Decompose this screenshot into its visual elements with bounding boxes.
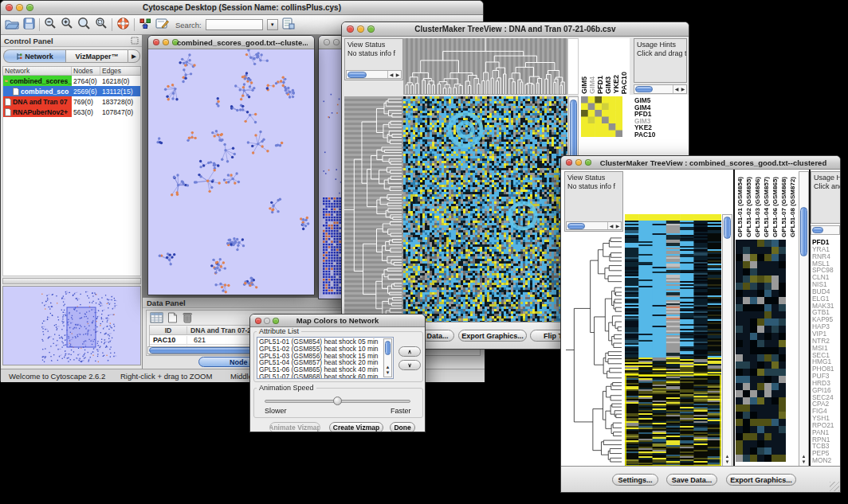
network-list-row[interactable]: RNAPuberNov2+563(0)107847(0) bbox=[3, 107, 140, 117]
heatmap-global-view[interactable] bbox=[403, 96, 567, 323]
export-graphics-button[interactable]: Export Graphics... bbox=[726, 474, 796, 486]
minimize-button[interactable] bbox=[163, 39, 169, 45]
minimize-button[interactable] bbox=[264, 318, 270, 324]
row-dendrogram[interactable] bbox=[564, 233, 623, 467]
column-label[interactable]: GPL51-03 (GSM856) bbox=[753, 177, 762, 237]
column-label[interactable]: GPL51-04 (GSM857) bbox=[762, 177, 771, 237]
scroll-left-arrow[interactable]: ◀ bbox=[388, 71, 395, 79]
settings-button[interactable]: Settings... bbox=[612, 474, 658, 486]
scroll-down-arrow[interactable]: ▼ bbox=[723, 459, 732, 465]
scrollbar-thumb[interactable] bbox=[567, 223, 585, 229]
zoom-selected-icon[interactable] bbox=[95, 17, 108, 33]
tab-network[interactable]: Network bbox=[3, 49, 65, 63]
gene-label[interactable]: MON2 bbox=[812, 457, 840, 464]
column-label[interactable]: GIM3 bbox=[604, 76, 612, 94]
zoom-button[interactable] bbox=[585, 159, 591, 166]
zoom-in-icon[interactable] bbox=[61, 17, 73, 33]
scrollbar-thumb[interactable] bbox=[812, 227, 823, 233]
minimize-button[interactable] bbox=[357, 25, 364, 33]
column-label[interactable]: GPL51-01 (GSM854) bbox=[736, 177, 744, 237]
scrollbar-thumb[interactable] bbox=[800, 207, 807, 256]
save-icon[interactable] bbox=[23, 18, 35, 33]
search-input[interactable] bbox=[206, 19, 263, 30]
scrollbar-thumb[interactable] bbox=[635, 86, 653, 92]
create-vizmap-button[interactable]: Create Vizmap bbox=[329, 422, 383, 432]
dialog-titlebar[interactable]: Map Colors to Network bbox=[250, 315, 425, 327]
scroll-down-arrow[interactable]: ▼ bbox=[799, 459, 808, 465]
zoom-fit-icon[interactable] bbox=[77, 17, 91, 33]
done-button[interactable]: Done bbox=[390, 422, 415, 432]
network-list-row[interactable]: combined_sco2569(6)13112(15) bbox=[3, 86, 140, 96]
zoom-button[interactable] bbox=[367, 25, 375, 33]
column-label[interactable]: GPL51-08 (GSM872) bbox=[788, 177, 797, 237]
column-header-network[interactable]: Network bbox=[3, 67, 71, 75]
scroll-right-arrow[interactable]: ▶ bbox=[614, 222, 621, 230]
save-data-button[interactable]: Data... bbox=[421, 330, 454, 342]
usage-hints-hscrollbar[interactable] bbox=[811, 225, 840, 235]
attribute-list-item[interactable]: GPL51-07 (GSM868) heat shock 60 min bbox=[259, 373, 383, 379]
treeview1-titlebar[interactable]: ClusterMaker TreeView : DNA and Tran 07-… bbox=[342, 22, 689, 37]
view-status-hscrollbar[interactable]: ◀ ▶ bbox=[566, 221, 622, 230]
close-button[interactable] bbox=[566, 159, 572, 166]
column-label[interactable]: GPL51-06 (GSM865) bbox=[771, 177, 779, 237]
heatmap-global-view[interactable] bbox=[625, 214, 721, 467]
speed-slider-thumb[interactable] bbox=[333, 397, 342, 405]
birdseye-view[interactable] bbox=[3, 287, 140, 365]
column-header-edges[interactable]: Edges bbox=[100, 67, 140, 75]
scroll-left-arrow[interactable]: ◀ bbox=[673, 85, 680, 93]
usage-hints-hscrollbar[interactable]: ◀ ▶ bbox=[634, 84, 687, 94]
global-vscrollbar[interactable]: ▲ ▼ bbox=[722, 214, 732, 467]
close-button[interactable] bbox=[6, 4, 13, 11]
zoom-out-icon[interactable] bbox=[44, 17, 57, 33]
attribute-list-vscrollbar[interactable]: ▲ ▼ bbox=[383, 338, 392, 377]
main-titlebar[interactable]: Cytoscape Desktop (Session Name: collins… bbox=[1, 1, 483, 15]
column-label[interactable]: PAC10 bbox=[620, 72, 628, 94]
network-titlebar[interactable]: combined_scores_good.txt--cluste... bbox=[148, 36, 314, 49]
close-button[interactable] bbox=[347, 25, 354, 33]
scroll-left-arrow[interactable]: ◀ bbox=[608, 222, 614, 230]
tab-vizmapper[interactable]: VizMapper™ bbox=[65, 49, 128, 63]
scroll-right-arrow[interactable]: ▶ bbox=[680, 85, 686, 93]
open-file-icon[interactable] bbox=[5, 18, 19, 33]
heatmap-detail-view[interactable] bbox=[736, 240, 786, 462]
resize-grip[interactable] bbox=[830, 482, 839, 491]
save-data-button[interactable]: Save Data... bbox=[666, 474, 717, 486]
search-dropdown-button[interactable]: ▼ bbox=[267, 19, 278, 30]
network-list-row[interactable]: DNA and Tran 07769(0)183728(0) bbox=[3, 96, 140, 107]
column-label[interactable]: GIM5 bbox=[580, 76, 588, 94]
tabs-overflow-button[interactable]: ▶ bbox=[128, 49, 140, 63]
table-report-icon[interactable] bbox=[282, 18, 295, 33]
column-dendrogram[interactable] bbox=[403, 38, 567, 95]
close-button[interactable] bbox=[153, 39, 159, 45]
scroll-down-arrow[interactable]: ▼ bbox=[384, 370, 391, 376]
scroll-up-arrow[interactable]: ▲ bbox=[799, 454, 808, 459]
detail-vscrollbar[interactable]: ▲ ▼ bbox=[799, 171, 809, 467]
network-list-row[interactable]: combined_scores_2764(0)16218(0) bbox=[3, 76, 140, 86]
zoom-button[interactable] bbox=[273, 318, 279, 324]
view-status-hscrollbar[interactable]: ◀ ▶ bbox=[346, 70, 402, 79]
scrollbar-thumb[interactable] bbox=[724, 217, 731, 239]
column-label[interactable]: GPL51-02 (GSM855) bbox=[744, 177, 753, 237]
annotation-icon[interactable] bbox=[155, 18, 169, 33]
data-column-id[interactable]: ID bbox=[150, 326, 186, 334]
minimize-button[interactable] bbox=[575, 159, 582, 166]
zoom-button[interactable] bbox=[26, 4, 33, 11]
network-nodes-icon[interactable] bbox=[139, 18, 151, 33]
scroll-right-arrow[interactable]: ▶ bbox=[395, 71, 401, 79]
scrollbar-thumb[interactable] bbox=[385, 341, 391, 355]
column-label[interactable]: GPL51-07 (GSM868) bbox=[779, 177, 788, 237]
column-label[interactable]: PFD1 bbox=[596, 76, 604, 94]
heatmap-detail-matrix[interactable] bbox=[581, 96, 622, 137]
row-label[interactable]: PAC10 bbox=[634, 131, 687, 139]
scrollbar-thumb[interactable] bbox=[347, 72, 367, 78]
column-label[interactable]: YKE2 bbox=[612, 75, 620, 94]
row-dendrogram[interactable] bbox=[344, 96, 403, 323]
float-panel-icon[interactable] bbox=[131, 37, 139, 46]
scroll-up-arrow[interactable]: ▲ bbox=[723, 454, 732, 459]
close-button[interactable] bbox=[324, 39, 330, 45]
export-graphics-button[interactable]: Export Graphics... bbox=[458, 330, 527, 342]
close-button[interactable] bbox=[255, 318, 261, 324]
minimize-button[interactable] bbox=[16, 4, 23, 11]
animate-vizmap-button[interactable]: Animate Vizmap bbox=[269, 422, 320, 432]
treeview2-titlebar[interactable]: ClusterMaker TreeView : combined_scores_… bbox=[561, 156, 840, 170]
